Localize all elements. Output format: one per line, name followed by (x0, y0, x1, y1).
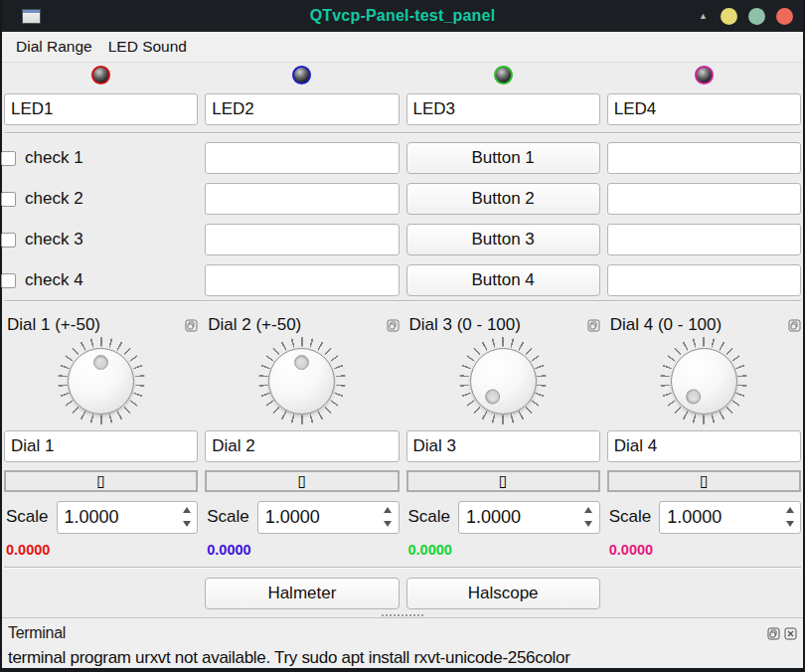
scale-3-spinbox[interactable]: 1.0000 (458, 501, 600, 534)
separator (4, 132, 801, 134)
entry-2-input[interactable] (205, 183, 399, 215)
status-2-input[interactable] (607, 183, 801, 215)
check-3-checkbox[interactable] (1, 233, 16, 248)
scale-3-label: Scale (408, 507, 451, 527)
hal-tools-row: Halmeter Halscope (4, 578, 801, 609)
splitter-grip[interactable] (4, 609, 801, 617)
terminal-message: terminal program urxvt not available. Tr… (8, 648, 797, 668)
dial-2-readout: 0.0000 (205, 542, 399, 558)
dial-1-readout: 0.0000 (4, 542, 198, 558)
menu-dial-range[interactable]: Dial Range (10, 35, 98, 59)
dial-4-readout: 0.0000 (607, 542, 801, 558)
dial-header-row: Dial 1 (+-50) Dial 2 (+-50) Dial 3 (0 - … (4, 313, 801, 337)
button-2[interactable]: Button 2 (406, 183, 600, 215)
maximize-button[interactable] (748, 8, 765, 25)
terminal-title: Terminal (8, 624, 66, 642)
spin-down-button[interactable] (581, 518, 596, 531)
check-row-4: check 4 Button 4 (4, 264, 801, 296)
spin-up-button[interactable] (381, 504, 396, 517)
led-3-name-input[interactable] (406, 93, 600, 125)
spin-down-button[interactable] (782, 518, 797, 531)
terminal-titlebar: Terminal (8, 621, 797, 645)
scale-2-spinbox[interactable]: 1.0000 (257, 501, 400, 534)
shade-window-icon[interactable]: ▲ (697, 10, 710, 23)
menu-led-sound[interactable]: LED Sound (102, 35, 193, 59)
dial-1-name-input[interactable] (4, 430, 198, 462)
float-dock-icon[interactable] (185, 319, 198, 332)
button-1[interactable]: Button 1 (406, 142, 600, 174)
button-4[interactable]: Button 4 (406, 264, 600, 296)
scale-1-spinbox[interactable]: 1.0000 (57, 501, 199, 534)
progress-row: ▯ ▯ ▯ ▯ (4, 470, 801, 492)
float-dock-icon[interactable] (788, 319, 801, 332)
entry-1-input[interactable] (205, 142, 399, 174)
dial-knob-row (4, 337, 801, 424)
menu-bar: Dial Range LED Sound (2, 32, 803, 63)
led-4-name-input[interactable] (607, 93, 801, 125)
window-title: QTvcp-Panel-test_panel (2, 7, 803, 25)
led-3-indicator (494, 66, 513, 84)
scale-1-value: 1.0000 (58, 507, 119, 528)
dial-2-name-input[interactable] (205, 430, 399, 462)
close-dock-icon[interactable] (784, 627, 797, 640)
float-dock-icon[interactable] (587, 319, 600, 332)
dial-3-name-input[interactable] (406, 430, 600, 462)
dial-4-knob[interactable] (660, 337, 747, 424)
entry-3-input[interactable] (205, 224, 399, 255)
knob-indicator-dot (294, 355, 309, 370)
dial-name-row (4, 430, 801, 462)
scale-4-spinbox[interactable]: 1.0000 (659, 501, 801, 534)
knob-indicator-dot (482, 386, 503, 407)
separator (4, 300, 801, 302)
check-4-label: check 4 (25, 270, 83, 290)
spin-down-button[interactable] (381, 518, 396, 531)
check-1-label: check 1 (25, 148, 83, 168)
scale-4-label: Scale (609, 507, 652, 527)
scale-row: Scale 1.0000 Scale 1.0000 (4, 500, 801, 534)
led-2-indicator (292, 66, 311, 84)
spin-up-button[interactable] (782, 504, 797, 517)
dial-1-progressbar: ▯ (4, 470, 198, 492)
separator (4, 567, 801, 569)
check-4-checkbox[interactable] (1, 273, 16, 288)
led-1-name-input[interactable] (4, 93, 198, 125)
minimize-button[interactable] (721, 8, 737, 25)
dial-1-knob[interactable] (58, 337, 145, 424)
dial-4-name-input[interactable] (607, 430, 801, 462)
terminal-dock: Terminal terminal program urxvt not avai… (2, 617, 803, 668)
status-1-input[interactable] (607, 142, 801, 174)
check-1-checkbox[interactable] (1, 151, 16, 166)
halmeter-button[interactable]: Halmeter (205, 578, 399, 609)
dial-4-label: Dial 4 (0 - 100) (610, 315, 722, 335)
status-3-input[interactable] (607, 224, 801, 255)
spin-up-button[interactable] (581, 504, 596, 517)
dial-1-label: Dial 1 (+-50) (7, 315, 100, 335)
float-dock-icon[interactable] (387, 319, 400, 332)
missing-glyph: ▯ (297, 473, 306, 489)
led-1-indicator (91, 66, 110, 84)
scale-4-value: 1.0000 (660, 507, 722, 528)
check-row-1: check 1 Button 1 (4, 142, 801, 174)
dial-3-knob[interactable] (459, 337, 547, 424)
led-2-name-input[interactable] (205, 93, 399, 125)
missing-glyph: ▯ (700, 473, 709, 489)
status-4-input[interactable] (607, 264, 801, 296)
dial-3-readout: 0.0000 (406, 542, 600, 558)
spin-up-button[interactable] (179, 504, 194, 517)
halscope-button[interactable]: Halscope (406, 578, 600, 609)
button-3[interactable]: Button 3 (406, 224, 600, 255)
dial-2-knob[interactable] (258, 337, 346, 424)
entry-4-input[interactable] (205, 264, 399, 296)
float-dock-icon[interactable] (767, 627, 780, 640)
check-3-label: check 3 (25, 230, 83, 250)
check-2-checkbox[interactable] (1, 192, 16, 207)
led-indicator-row (4, 63, 801, 86)
scale-2-label: Scale (207, 507, 249, 527)
check-2-label: check 2 (25, 189, 83, 209)
close-button[interactable] (776, 8, 793, 25)
check-row-3: check 3 Button 3 (4, 224, 801, 255)
app-window: QTvcp-Panel-test_panel ▲ Dial Range LED … (0, 0, 805, 672)
led-name-row (4, 93, 801, 125)
spin-down-button[interactable] (179, 518, 194, 531)
scale-3-value: 1.0000 (459, 507, 521, 528)
